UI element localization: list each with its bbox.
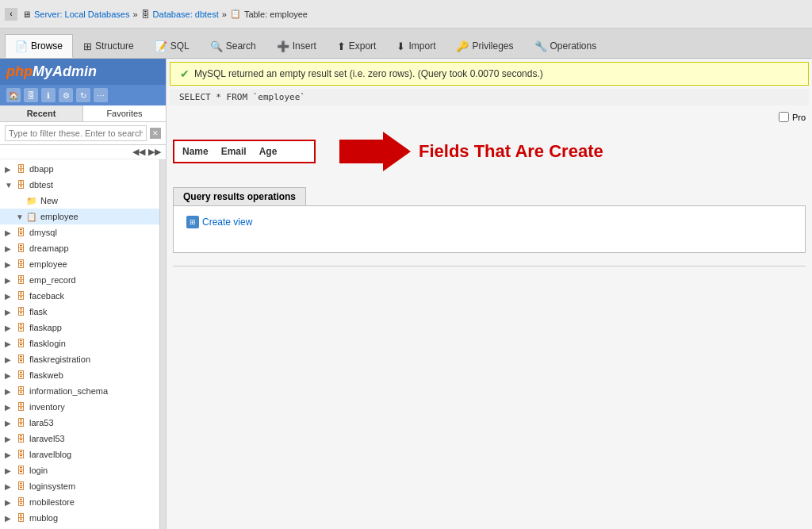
sidebar-tab-recent[interactable]: Recent bbox=[0, 105, 83, 121]
sidebar-item-login[interactable]: ▶ 🗄 login bbox=[0, 462, 159, 478]
search-tab-icon: 🔍 bbox=[210, 40, 223, 52]
expand-icon: ▶ bbox=[5, 371, 14, 380]
tab-search[interactable]: 🔍 Search bbox=[200, 34, 266, 58]
profi-row: Pro bbox=[167, 109, 812, 125]
query-results-ops-tab[interactable]: Query results operations bbox=[173, 187, 306, 205]
sidebar-controls: ◀◀ ▶▶ bbox=[0, 145, 166, 159]
settings-icon[interactable]: ⚙ bbox=[59, 88, 73, 102]
sidebar-item-label: dbapp bbox=[29, 164, 54, 174]
structure-icon: ⊞ bbox=[83, 40, 92, 52]
create-view-icon: ⊞ bbox=[186, 216, 199, 228]
expand-icon: ▶ bbox=[5, 403, 14, 412]
expand-icon: ▶ bbox=[5, 339, 14, 348]
expand-icon: ▶ bbox=[5, 165, 14, 174]
breadcrumb-database[interactable]: Database: dbtest bbox=[153, 10, 219, 19]
sidebar-item-label: flasklogin bbox=[29, 339, 66, 348]
sidebar-item-dreamapp[interactable]: ▶ 🗄 dreamapp bbox=[0, 240, 159, 256]
tab-sql[interactable]: 📝 SQL bbox=[144, 34, 200, 58]
expand-icon: ▼ bbox=[16, 213, 25, 221]
tab-browse[interactable]: 📄 Browse bbox=[5, 34, 73, 58]
sidebar-item-flasklogin[interactable]: ▶ 🗄 flasklogin bbox=[0, 335, 159, 351]
profi-label: Pro bbox=[792, 113, 806, 122]
db-icon: 🗄 bbox=[14, 178, 27, 191]
db-icon[interactable]: 🗄 bbox=[24, 88, 38, 102]
success-icon: ✔ bbox=[180, 67, 190, 80]
sidebar-item-flask[interactable]: ▶ 🗄 flask bbox=[0, 304, 159, 320]
sidebar-item-loginsystem[interactable]: ▶ 🗄 loginsystem bbox=[0, 478, 159, 494]
sidebar-scrollbar[interactable] bbox=[159, 159, 166, 529]
sidebar-item-label: employee bbox=[29, 259, 67, 269]
info-icon[interactable]: ℹ bbox=[41, 88, 56, 102]
tab-search-label: Search bbox=[226, 40, 256, 52]
breadcrumb-table-icon: 📋 bbox=[230, 9, 241, 19]
home-icon[interactable]: 🏠 bbox=[6, 88, 21, 102]
sidebar-item-flaskweb[interactable]: ▶ 🗄 flaskweb bbox=[0, 367, 159, 383]
sidebar-search-input[interactable] bbox=[5, 125, 147, 141]
sidebar-item-label: login bbox=[29, 466, 48, 475]
tab-structure-label: Structure bbox=[95, 40, 134, 52]
sidebar-item-lara53[interactable]: ▶ 🗄 lara53 bbox=[0, 415, 159, 431]
tab-import-label: Import bbox=[408, 40, 435, 52]
db-icon: 🗄 bbox=[14, 305, 27, 318]
sidebar-item-new[interactable]: 📁 New bbox=[0, 193, 159, 209]
tab-insert-label: Insert bbox=[293, 40, 316, 52]
sidebar-item-mublog[interactable]: ▶ 🗄 mublog bbox=[0, 510, 159, 526]
sidebar-tab-favorites[interactable]: Favorites bbox=[83, 105, 166, 121]
query-results-ops-body: ⊞ Create view bbox=[173, 205, 806, 253]
tab-browse-label: Browse bbox=[31, 40, 63, 52]
expand-icon: ▶ bbox=[5, 387, 14, 396]
sidebar-item-label: emp_record bbox=[29, 275, 76, 285]
profi-checkbox[interactable] bbox=[779, 112, 789, 122]
sidebar-item-flaskregistration[interactable]: ▶ 🗄 flaskregistration bbox=[0, 351, 159, 367]
sidebar-search-clear[interactable]: ✕ bbox=[150, 128, 161, 139]
tab-import[interactable]: ⬇ Import bbox=[386, 34, 446, 58]
expand-icon: ▶ bbox=[5, 419, 14, 427]
export-icon: ⬆ bbox=[337, 40, 346, 52]
expand-icon: ▶ bbox=[5, 514, 14, 523]
sidebar-item-mobilestore[interactable]: ▶ 🗄 mobilestore bbox=[0, 494, 159, 510]
sidebar-collapse-all[interactable]: ◀◀ bbox=[132, 147, 145, 157]
sidebar-item-employee-dbtest[interactable]: ▼ 📋 employee bbox=[0, 209, 159, 224]
sidebar-item-faceback[interactable]: ▶ 🗄 faceback bbox=[0, 288, 159, 304]
results-area: Name Email Age Fields That Are Create Qu… bbox=[167, 125, 812, 529]
sidebar-item-dmysql[interactable]: ▶ 🗄 dmysql bbox=[0, 224, 159, 240]
field-email: Email bbox=[221, 146, 247, 157]
tab-structure[interactable]: ⊞ Structure bbox=[73, 34, 144, 58]
expand-icon: ▶ bbox=[5, 228, 14, 237]
tab-sql-label: SQL bbox=[170, 40, 190, 52]
create-view-link[interactable]: ⊞ Create view bbox=[186, 216, 792, 228]
breadcrumb-server[interactable]: Server: Local Databases bbox=[34, 10, 129, 19]
sidebar: phpMyAdmin 🏠 🗄 ℹ ⚙ ↻ ⋯ Recent Favorites … bbox=[0, 59, 167, 529]
operations-icon: 🔧 bbox=[534, 40, 547, 52]
sidebar-item-laravel53[interactable]: ▶ 🗄 laravel53 bbox=[0, 431, 159, 447]
db-icon: 🗄 bbox=[14, 385, 27, 397]
sidebar-item-mydatabase[interactable]: ▶ 🗄 mydatabase bbox=[0, 526, 159, 529]
tab-insert[interactable]: ➕ Insert bbox=[266, 34, 327, 58]
create-view-label: Create view bbox=[202, 217, 252, 228]
refresh-icon[interactable]: ↻ bbox=[76, 88, 90, 102]
db-icon: 🗄 bbox=[14, 353, 27, 366]
sidebar-item-laravelblog[interactable]: ▶ 🗄 laravelblog bbox=[0, 447, 159, 462]
tab-privileges[interactable]: 🔑 Privileges bbox=[446, 34, 523, 58]
breadcrumb-db-icon: 🗄 bbox=[141, 10, 150, 19]
sidebar-item-emp-record[interactable]: ▶ 🗄 emp_record bbox=[0, 272, 159, 288]
expand-icon: ▶ bbox=[5, 355, 14, 364]
sidebar-item-flaskapp[interactable]: ▶ 🗄 flaskapp bbox=[0, 320, 159, 335]
sidebar-item-inventory[interactable]: ▶ 🗄 inventory bbox=[0, 399, 159, 415]
sidebar-item-label: dreamapp bbox=[29, 243, 69, 253]
sidebar-item-information-schema[interactable]: ▶ 🗄 information_schema bbox=[0, 383, 159, 399]
sidebar-item-label: employee bbox=[40, 212, 79, 221]
sidebar-expand-toggle[interactable]: ▶▶ bbox=[148, 147, 161, 157]
tab-operations[interactable]: 🔧 Operations bbox=[524, 34, 607, 58]
db-icon: 🗄 bbox=[14, 289, 27, 302]
sidebar-item-dbtest[interactable]: ▼ 🗄 dbtest bbox=[0, 177, 159, 193]
sidebar-item-dbapp[interactable]: ▶ 🗄 dbapp bbox=[0, 161, 159, 177]
field-name: Name bbox=[182, 146, 209, 157]
db-icon: 🗄 bbox=[14, 321, 27, 334]
tab-operations-label: Operations bbox=[550, 40, 597, 52]
sidebar-item-employee[interactable]: ▶ 🗄 employee bbox=[0, 256, 159, 272]
more-icon[interactable]: ⋯ bbox=[94, 88, 108, 102]
tab-export[interactable]: ⬆ Export bbox=[327, 34, 387, 58]
sql-text: SELECT * FROM `employee` bbox=[179, 92, 305, 102]
nav-back-button[interactable]: ‹ bbox=[5, 8, 17, 21]
